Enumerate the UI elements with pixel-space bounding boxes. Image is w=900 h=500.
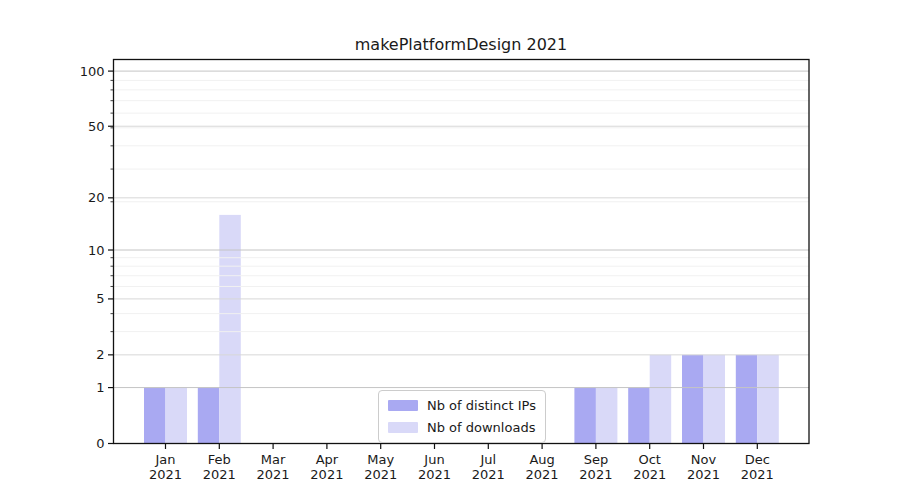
figure: 0125102050100Jan2021Feb2021Mar2021Apr202… [0,0,900,500]
legend-label-downloads: Nb of downloads [427,420,535,435]
x-tick-label-year: 2021 [149,467,182,482]
x-tick-label-month: Apr [316,452,339,467]
legend: Nb of distinct IPs Nb of downloads [378,390,546,443]
bar-distinct-ips-feb [198,388,220,444]
x-tick-label-month: Oct [638,452,660,467]
x-tick-label-month: Feb [208,452,231,467]
x-tick-label-year: 2021 [526,467,559,482]
x-tick-label-month: Nov [691,452,717,467]
bar-distinct-ips-oct [628,388,650,444]
bar-distinct-ips-dec [736,355,758,444]
x-tick-label-year: 2021 [687,467,720,482]
x-tick-label-year: 2021 [633,467,666,482]
x-tick-label-month: May [367,452,394,467]
x-tick-label-year: 2021 [741,467,774,482]
x-tick-label-year: 2021 [364,467,397,482]
bar-downloads-jan [166,388,188,444]
bar-downloads-dec [757,355,779,444]
x-tick-label-year: 2021 [418,467,451,482]
y-tick-label: 10 [88,243,105,258]
y-tick-label: 0 [96,436,104,451]
y-tick-label: 1 [96,380,104,395]
bar-distinct-ips-nov [682,355,704,444]
bar-downloads-oct [650,355,672,444]
x-tick-label-month: Sep [584,452,609,467]
legend-swatch-distinct-ips-icon [388,400,418,411]
bar-distinct-ips-sep [574,388,596,444]
legend-swatch-downloads-icon [388,422,418,433]
x-tick-label-month: Jul [479,452,496,467]
bar-downloads-sep [596,388,618,444]
bar-distinct-ips-jan [144,388,166,444]
x-tick-label-year: 2021 [472,467,505,482]
y-tick-label: 50 [88,119,105,134]
legend-label-distinct-ips: Nb of distinct IPs [427,398,536,413]
x-tick-label-year: 2021 [310,467,343,482]
x-tick-label-month: Aug [529,452,554,467]
x-tick-label-year: 2021 [203,467,236,482]
bar-downloads-nov [704,355,726,444]
x-tick-label-year: 2021 [579,467,612,482]
x-tick-label-month: Jun [423,452,444,467]
y-tick-label: 2 [96,347,104,362]
x-tick-label-month: Mar [261,452,286,467]
y-tick-label: 5 [96,291,104,306]
bar-downloads-feb [219,215,241,444]
x-tick-label-month: Jan [154,452,175,467]
x-tick-label-year: 2021 [257,467,290,482]
legend-item-downloads: Nb of downloads [388,419,536,436]
legend-item-distinct-ips: Nb of distinct IPs [388,397,536,414]
y-tick-label: 100 [80,64,105,79]
x-tick-label-month: Dec [745,452,770,467]
y-tick-label: 20 [88,190,105,205]
chart-title: makePlatformDesign 2021 [113,34,809,56]
